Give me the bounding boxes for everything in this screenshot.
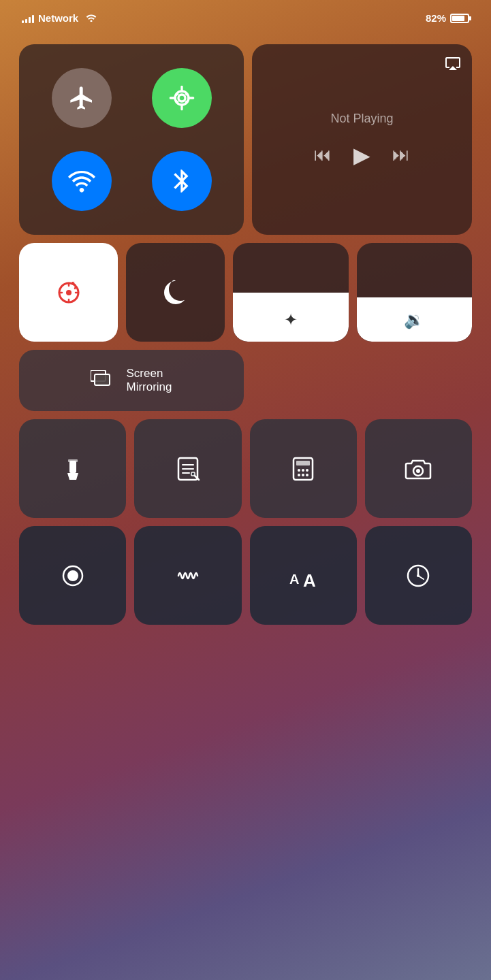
clock-button[interactable] — [365, 526, 472, 625]
svg-rect-10 — [69, 461, 76, 473]
svg-point-23 — [416, 469, 420, 473]
brightness-slider[interactable]: ✦ — [233, 243, 349, 342]
brightness-icon: ✦ — [284, 310, 298, 329]
rewind-button[interactable]: ⏮ — [314, 144, 332, 165]
voice-memos-button[interactable] — [134, 526, 241, 625]
play-button[interactable]: ▶ — [353, 142, 370, 168]
svg-point-18 — [306, 469, 308, 472]
media-controls: ⏮ ▶ ⏭ — [314, 142, 410, 168]
screen-mirroring-button[interactable]: Screen Mirroring — [19, 350, 244, 411]
calculator-button[interactable] — [250, 419, 357, 518]
status-right: 82% — [426, 12, 469, 24]
svg-rect-9 — [95, 374, 110, 385]
second-row: ✦ 🔉 — [19, 243, 472, 342]
svg-point-25 — [67, 570, 78, 581]
status-bar: Network 82% — [0, 0, 491, 31]
not-playing-label: Not Playing — [330, 112, 393, 126]
action-row-1 — [19, 419, 472, 518]
svg-point-0 — [175, 91, 189, 105]
text-size-button[interactable]: A A — [250, 526, 357, 625]
svg-rect-15 — [296, 461, 310, 466]
svg-point-1 — [178, 95, 185, 101]
wifi-status-icon — [85, 12, 97, 24]
svg-rect-13 — [191, 472, 195, 476]
do-not-disturb-button[interactable] — [126, 243, 225, 342]
mirror-row: Screen Mirroring — [19, 350, 472, 411]
camera-button[interactable] — [365, 419, 472, 518]
battery-fill — [452, 16, 464, 21]
bluetooth-button[interactable] — [152, 151, 212, 211]
mirror-spacer — [252, 350, 472, 411]
svg-point-20 — [302, 474, 304, 476]
svg-point-31 — [417, 574, 419, 577]
svg-point-16 — [298, 469, 300, 472]
svg-text:A: A — [289, 572, 299, 587]
volume-icon: 🔉 — [404, 310, 424, 329]
svg-point-19 — [298, 474, 300, 476]
wifi-button[interactable] — [52, 151, 112, 211]
svg-point-21 — [306, 474, 308, 476]
orientation-lock-button[interactable] — [19, 243, 118, 342]
volume-slider[interactable]: 🔉 — [357, 243, 473, 342]
status-left: Network — [22, 12, 97, 24]
airplay-icon[interactable] — [445, 55, 461, 75]
screen-mirroring-label: Screen Mirroring — [126, 367, 172, 395]
top-row: Not Playing ⏮ ▶ ⏭ — [19, 44, 472, 235]
battery-icon — [450, 14, 469, 23]
network-tile — [19, 44, 244, 235]
network-name: Network — [38, 12, 78, 24]
svg-point-7 — [66, 290, 72, 295]
media-player-tile: Not Playing ⏮ ▶ ⏭ — [252, 44, 472, 235]
flashlight-button[interactable] — [19, 419, 126, 518]
screen-record-button[interactable] — [19, 526, 126, 625]
svg-text:A: A — [303, 570, 316, 591]
fast-forward-button[interactable]: ⏭ — [392, 144, 410, 165]
signal-bars-icon — [22, 14, 34, 23]
cellular-button[interactable] — [152, 68, 212, 128]
action-row-2: A A — [19, 526, 472, 625]
notes-button[interactable] — [134, 419, 241, 518]
svg-rect-11 — [68, 459, 78, 462]
control-center: Not Playing ⏮ ▶ ⏭ — [0, 31, 491, 638]
battery-percent: 82% — [426, 12, 446, 24]
svg-point-17 — [302, 469, 304, 472]
airplane-mode-button[interactable] — [52, 68, 112, 128]
